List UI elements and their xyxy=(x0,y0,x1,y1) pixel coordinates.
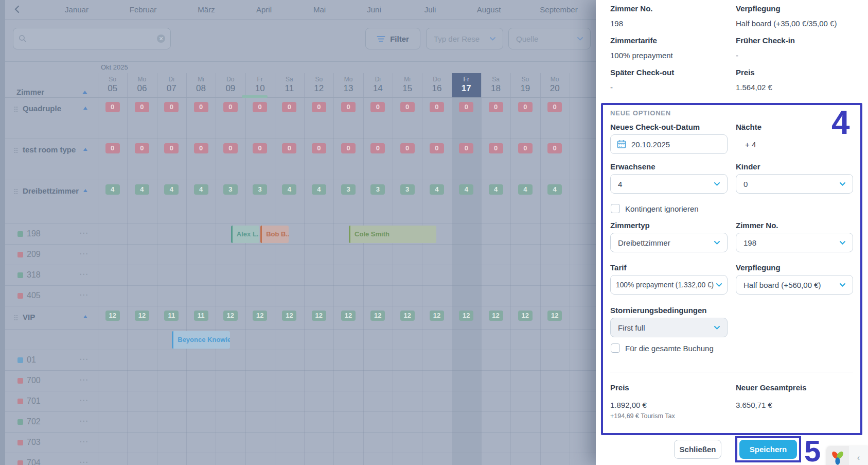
day-header-Mi-15[interactable]: Mi 15 xyxy=(393,73,422,97)
nights-label: Nächte xyxy=(736,123,761,131)
room-menu-icon[interactable]: ⋯ xyxy=(79,374,88,385)
room-menu-icon[interactable]: ⋯ xyxy=(79,269,88,280)
month-tab-8[interactable]: August xyxy=(477,0,501,19)
day-header-Di-07[interactable]: Di 07 xyxy=(157,73,186,97)
checkout-date-value: 20.10.2025 xyxy=(631,140,670,149)
save-button[interactable]: Speichern xyxy=(739,440,797,459)
reservation-bar[interactable]: Beyonce Knowle... xyxy=(172,331,230,349)
children-select[interactable]: 0 xyxy=(736,174,853,194)
roomtype-select[interactable]: Dreibettzimmer xyxy=(610,233,728,252)
reservation-bar[interactable]: Bob B... xyxy=(260,226,289,243)
search-input[interactable] xyxy=(31,34,157,44)
availability-badge: 12 xyxy=(400,311,415,321)
cancellation-label: Stornierungsbedingungen xyxy=(610,306,707,315)
edit-reservation-panel: Zimmer No. 198 Verpflegung Half board (+… xyxy=(596,0,868,465)
availability-badge: 0 xyxy=(518,102,533,112)
room-type-label: Dreibettzimmer xyxy=(23,186,79,195)
room-menu-icon[interactable]: ⋯ xyxy=(79,289,88,300)
roomno-value: 198 xyxy=(743,238,756,247)
back-chevron-icon[interactable] xyxy=(13,5,21,15)
room-menu-icon[interactable]: ⋯ xyxy=(79,248,88,259)
availability-badge: 0 xyxy=(282,143,296,153)
availability-badge: 12 xyxy=(547,311,562,321)
sort-ascending-icon[interactable] xyxy=(82,91,87,94)
availability-badge: 0 xyxy=(400,102,415,112)
drag-handle-icon[interactable] xyxy=(14,147,18,153)
month-tab-3[interactable]: März xyxy=(198,0,215,19)
room-menu-icon[interactable]: ⋯ xyxy=(79,354,88,365)
reservation-type-dropdown[interactable]: Typ der Rese xyxy=(426,28,503,49)
month-tab-1[interactable]: Januar xyxy=(65,0,88,19)
day-header-Mo-06[interactable]: Mo 06 xyxy=(127,73,156,97)
cancellation-select[interactable]: First full xyxy=(610,318,728,337)
timeline-row xyxy=(0,453,596,465)
drag-handle-icon[interactable] xyxy=(14,315,18,321)
ignore-allotment-label: Kontingent ignorieren xyxy=(625,204,699,213)
room-status-square xyxy=(17,293,23,299)
close-button[interactable]: Schließen xyxy=(674,440,721,459)
day-header-Fr-10[interactable]: Fr 10 xyxy=(245,73,275,97)
checkout-date-input[interactable]: 20.10.2025 xyxy=(610,134,728,154)
day-header-So-19[interactable]: So 19 xyxy=(510,73,540,97)
room-type-label: test room type xyxy=(23,145,76,154)
availability-badge: 0 xyxy=(105,102,120,112)
day-header-Do-16[interactable]: Do 16 xyxy=(422,73,451,97)
info-value: 1.564,02 € xyxy=(736,83,772,92)
day-header-Mo-13[interactable]: Mo 13 xyxy=(333,73,363,97)
room-number-label: 209 xyxy=(27,250,41,259)
info-label: Früher Check-in xyxy=(736,36,795,45)
drag-handle-icon[interactable] xyxy=(14,188,18,195)
availability-badge: 0 xyxy=(164,102,179,112)
whole-booking-checkbox[interactable] xyxy=(611,343,620,353)
availability-badge: 0 xyxy=(135,102,149,112)
widget-logo-button[interactable] xyxy=(826,446,849,465)
day-header-Fr-17[interactable]: Fr 17 xyxy=(452,73,481,97)
collapse-group-icon[interactable] xyxy=(83,189,87,192)
room-menu-icon[interactable]: ⋯ xyxy=(79,436,88,447)
board-value: Half board (+560,00 €) xyxy=(743,281,821,289)
month-tab-6[interactable]: Juni xyxy=(367,0,381,19)
room-menu-icon[interactable]: ⋯ xyxy=(79,395,88,406)
month-tab-5[interactable]: Mai xyxy=(313,0,326,19)
room-number-label: 318 xyxy=(27,270,41,280)
ignore-allotment-checkbox[interactable] xyxy=(611,204,620,213)
price-label: Preis xyxy=(610,383,629,392)
day-header-Di-14[interactable]: Di 14 xyxy=(363,73,393,97)
collapse-group-icon[interactable] xyxy=(83,148,87,151)
availability-badge: 0 xyxy=(547,102,562,112)
availability-badge: 0 xyxy=(223,102,238,112)
collapse-group-icon[interactable] xyxy=(83,315,87,318)
timeline-row xyxy=(0,350,596,371)
board-select[interactable]: Half board (+560,00 €) xyxy=(736,275,853,295)
month-tab-7[interactable]: Juli xyxy=(424,0,436,19)
reservation-bar[interactable]: Cole Smith xyxy=(349,226,436,243)
day-header-Do-09[interactable]: Do 09 xyxy=(216,73,245,97)
availability-badge: 11 xyxy=(164,311,179,321)
availability-badge: 4 xyxy=(105,184,120,195)
reservation-bar[interactable]: Alex L... xyxy=(231,226,259,243)
rate-select[interactable]: 100% prepayment (1.332,00 €) xyxy=(610,275,728,295)
month-tab-4[interactable]: April xyxy=(256,0,272,19)
roomno-select[interactable]: 198 xyxy=(736,233,853,252)
room-menu-icon[interactable]: ⋯ xyxy=(79,457,88,465)
room-menu-icon[interactable]: ⋯ xyxy=(79,228,88,238)
day-header-Sa-18[interactable]: Sa 18 xyxy=(481,73,510,97)
adults-select[interactable]: 4 xyxy=(610,174,728,194)
day-header-Mi-08[interactable]: Mi 08 xyxy=(186,73,216,97)
widget-collapse-icon[interactable]: ‹ xyxy=(849,446,868,465)
availability-badge: 12 xyxy=(312,311,326,321)
source-dropdown[interactable]: Quelle xyxy=(508,28,591,49)
day-header-Sa-11[interactable]: Sa 11 xyxy=(275,73,304,97)
clear-search-icon[interactable]: ✕ xyxy=(157,35,165,43)
month-tab-2[interactable]: Februar xyxy=(130,0,157,19)
drag-handle-icon[interactable] xyxy=(14,106,18,112)
month-tab-9[interactable]: September xyxy=(540,0,577,19)
day-header-So-12[interactable]: So 12 xyxy=(304,73,333,97)
room-menu-icon[interactable]: ⋯ xyxy=(79,416,88,426)
filter-button[interactable]: Filter xyxy=(365,28,420,49)
day-header-Mo-20[interactable]: Mo 20 xyxy=(540,73,570,97)
collapse-group-icon[interactable] xyxy=(83,107,87,110)
availability-badge: 12 xyxy=(430,311,444,321)
day-header-So-05[interactable]: So 05 xyxy=(98,73,127,97)
adults-label: Erwachsene xyxy=(610,162,656,171)
